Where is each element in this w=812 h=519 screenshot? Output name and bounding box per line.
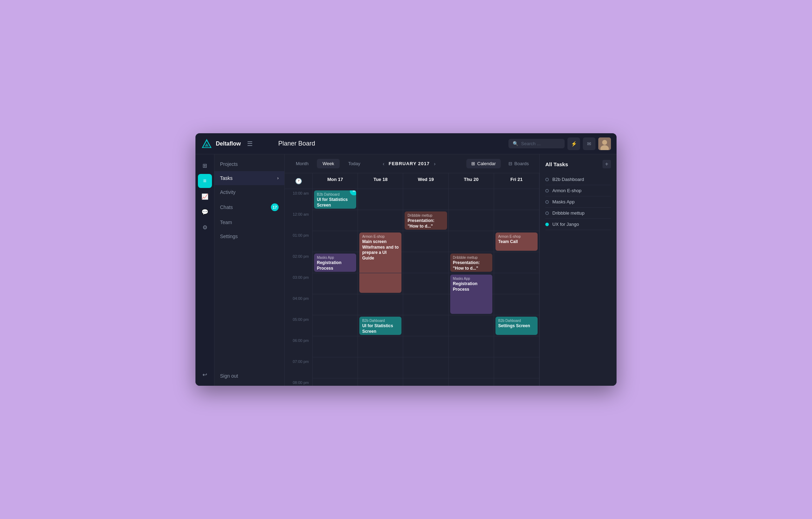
day-cell[interactable]: [403, 189, 448, 210]
view-week-btn[interactable]: Week: [317, 159, 340, 168]
day-cell[interactable]: Masks AppRegistration Process: [313, 252, 358, 273]
task-list-item[interactable]: B2b Dashboard: [545, 174, 611, 185]
header-thu: Thu 20: [449, 173, 494, 189]
event-card[interactable]: Armon E-shopTeam Call: [495, 232, 538, 251]
day-cell[interactable]: [313, 210, 358, 231]
nav-item-projects[interactable]: Projects: [214, 157, 284, 171]
day-cell[interactable]: Armon E-shopTeam Call: [494, 231, 539, 252]
day-cell[interactable]: [358, 210, 403, 231]
day-cell[interactable]: [449, 378, 494, 386]
day-cell[interactable]: [494, 189, 539, 210]
sidebar-icon-dashboard[interactable]: ⊞: [198, 159, 212, 173]
calendar-toggle-btn[interactable]: ⊞ Calendar: [466, 159, 501, 168]
day-cell[interactable]: [313, 336, 358, 357]
avatar[interactable]: [598, 137, 611, 150]
day-cell[interactable]: [358, 294, 403, 315]
event-card[interactable]: B2b DahboardUI for Statistics Screen✏: [314, 190, 356, 209]
boards-toggle-btn[interactable]: ⊟ Boards: [504, 159, 534, 168]
top-bar-right: 🔍 Search ... ⚡ ✉: [508, 137, 611, 150]
event-card[interactable]: B2b DahboardUI for Statistics Screen: [359, 317, 401, 335]
event-card[interactable]: Dribbble mettupPresentation: "How to d..…: [450, 254, 492, 272]
day-cell[interactable]: [403, 294, 448, 315]
day-cell[interactable]: [494, 210, 539, 231]
nav-item-team[interactable]: Team: [214, 215, 284, 229]
event-card[interactable]: Dribbble mettupPresentation: "How to d..…: [405, 211, 447, 230]
day-cell[interactable]: Masks AppRegistration Process: [449, 273, 494, 294]
nav-item-activity[interactable]: Activity: [214, 185, 284, 199]
day-cell[interactable]: Dribbble mettupPresentation: "How to d..…: [403, 210, 448, 231]
day-cell[interactable]: [313, 273, 358, 294]
task-list-item[interactable]: Armon E-shop: [545, 185, 611, 196]
day-cell[interactable]: [449, 357, 494, 378]
event-card[interactable]: Masks AppRegistration Process: [314, 254, 356, 272]
clock-icon: 🕐: [295, 178, 302, 184]
view-today-btn[interactable]: Today: [342, 159, 366, 168]
day-cell[interactable]: [358, 378, 403, 386]
nav-item-tasks[interactable]: Tasks ›: [214, 171, 284, 185]
day-cell[interactable]: [449, 315, 494, 336]
day-cell[interactable]: [313, 357, 358, 378]
calendar-toolbar: Month Week Today ‹ FEBRUARY 2017 › ⊞ Cal…: [285, 154, 539, 173]
day-cell[interactable]: [449, 189, 494, 210]
day-cell[interactable]: [358, 273, 403, 294]
day-cell[interactable]: [494, 357, 539, 378]
nav-item-settings[interactable]: Settings: [214, 229, 284, 243]
sidebar-icon-activity[interactable]: 📈: [198, 189, 212, 203]
nav-item-signout[interactable]: Sign out: [214, 369, 284, 383]
day-cell[interactable]: [449, 210, 494, 231]
day-cell[interactable]: [358, 189, 403, 210]
day-cell[interactable]: [358, 252, 403, 273]
menu-icon[interactable]: ☰: [247, 140, 253, 148]
event-card[interactable]: B2b DahboardSettings Screen: [495, 317, 538, 335]
activity-btn[interactable]: ⚡: [567, 137, 580, 150]
day-cell[interactable]: [403, 315, 448, 336]
event-title: UI for Statistics Screen: [362, 323, 399, 334]
day-cell[interactable]: [494, 273, 539, 294]
day-cell[interactable]: [358, 357, 403, 378]
sidebar-icon-team[interactable]: ⚙: [198, 220, 212, 234]
day-cell[interactable]: [313, 378, 358, 386]
day-cell[interactable]: [313, 294, 358, 315]
header-mon: Mon 17: [313, 173, 358, 189]
prev-month-btn[interactable]: ‹: [383, 161, 385, 167]
day-cell[interactable]: [494, 252, 539, 273]
day-cell[interactable]: [494, 294, 539, 315]
view-month-btn[interactable]: Month: [290, 159, 314, 168]
sidebar-icon-tasks[interactable]: ≡: [198, 174, 212, 188]
next-month-btn[interactable]: ›: [434, 161, 435, 167]
grid-icon: ⊞: [471, 161, 475, 166]
day-cell[interactable]: B2b DahboardSettings Screen: [494, 315, 539, 336]
day-cell[interactable]: [358, 336, 403, 357]
day-cell[interactable]: [494, 378, 539, 386]
nav-label-settings: Settings: [220, 234, 238, 239]
day-cell[interactable]: Armon E-shopMain screen Witeframes and t…: [358, 231, 403, 252]
day-cell[interactable]: [494, 336, 539, 357]
icon-sidebar: ⊞ ≡ 📈 💬 ⚙ ↩: [195, 154, 214, 386]
time-label: 10:00 am: [285, 189, 313, 210]
sidebar-icon-chats[interactable]: 💬: [198, 205, 212, 219]
day-cell[interactable]: [403, 336, 448, 357]
add-task-btn[interactable]: +: [603, 160, 611, 168]
day-cell[interactable]: [403, 231, 448, 252]
day-cell[interactable]: [403, 378, 448, 386]
event-title: Settings Screen: [498, 323, 535, 329]
search-box[interactable]: 🔍 Search ...: [508, 139, 565, 148]
day-cell[interactable]: [403, 357, 448, 378]
day-cell[interactable]: B2b DahboardUI for Statistics Screen✏: [313, 189, 358, 210]
day-cell[interactable]: Dribbble mettupPresentation: "How to d..…: [449, 252, 494, 273]
day-cell[interactable]: [449, 294, 494, 315]
task-list-item[interactable]: Masks App: [545, 196, 611, 208]
day-cell[interactable]: [403, 252, 448, 273]
day-cell[interactable]: [403, 273, 448, 294]
task-list-item[interactable]: Dribbble mettup: [545, 208, 611, 219]
mail-btn[interactable]: ✉: [583, 137, 595, 150]
nav-item-chats[interactable]: Chats 17: [214, 199, 284, 215]
day-cell[interactable]: [449, 231, 494, 252]
task-list-item[interactable]: UX for Jango: [545, 219, 611, 230]
task-list: B2b DashboardArmon E-shopMasks AppDribbb…: [545, 174, 611, 230]
sidebar-icon-signout[interactable]: ↩: [198, 368, 212, 382]
day-cell[interactable]: [313, 231, 358, 252]
day-cell[interactable]: [449, 336, 494, 357]
day-cell[interactable]: B2b DahboardUI for Statistics Screen: [358, 315, 403, 336]
day-cell[interactable]: [313, 315, 358, 336]
